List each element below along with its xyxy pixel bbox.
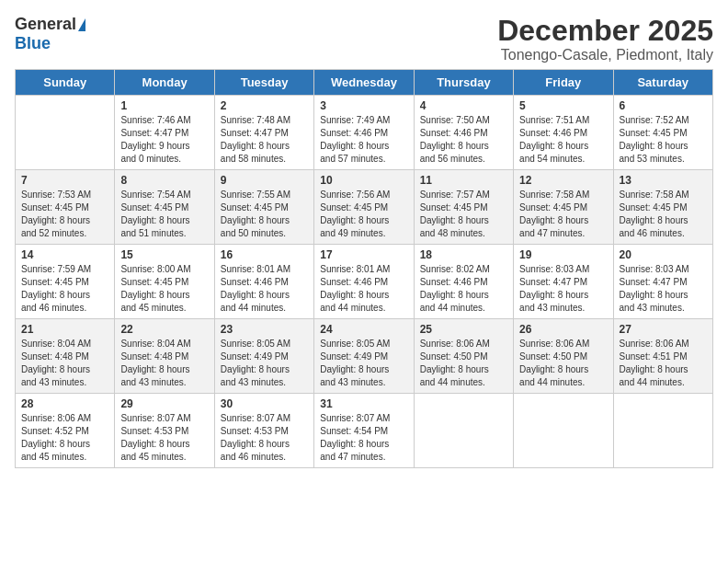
- day-info: Sunrise: 7:51 AM Sunset: 4:46 PM Dayligh…: [519, 114, 607, 166]
- day-number: 6: [620, 99, 707, 112]
- day-number: 12: [519, 174, 607, 187]
- calendar-cell: 1Sunrise: 7:46 AM Sunset: 4:47 PM Daylig…: [115, 96, 214, 170]
- day-number: 24: [320, 323, 407, 336]
- calendar-week-row: 28Sunrise: 8:06 AM Sunset: 4:52 PM Dayli…: [16, 394, 713, 468]
- calendar-week-row: 1Sunrise: 7:46 AM Sunset: 4:47 PM Daylig…: [16, 96, 713, 170]
- day-info: Sunrise: 8:06 AM Sunset: 4:50 PM Dayligh…: [420, 338, 507, 389]
- calendar-cell: 29Sunrise: 8:07 AM Sunset: 4:53 PM Dayli…: [115, 394, 214, 468]
- day-info: Sunrise: 8:07 AM Sunset: 4:54 PM Dayligh…: [320, 412, 407, 464]
- day-number: 25: [420, 323, 507, 336]
- weekday-header: Wednesday: [314, 70, 414, 96]
- calendar-cell: 14Sunrise: 7:59 AM Sunset: 4:45 PM Dayli…: [16, 245, 115, 319]
- calendar-cell: 23Sunrise: 8:05 AM Sunset: 4:49 PM Dayli…: [214, 319, 313, 394]
- day-info: Sunrise: 8:00 AM Sunset: 4:45 PM Dayligh…: [120, 263, 208, 315]
- calendar-cell: 10Sunrise: 7:56 AM Sunset: 4:45 PM Dayli…: [314, 170, 414, 245]
- day-info: Sunrise: 8:07 AM Sunset: 4:53 PM Dayligh…: [221, 412, 308, 464]
- day-info: Sunrise: 7:53 AM Sunset: 4:45 PM Dayligh…: [21, 189, 108, 240]
- day-info: Sunrise: 8:04 AM Sunset: 4:48 PM Dayligh…: [120, 338, 208, 389]
- day-info: Sunrise: 8:04 AM Sunset: 4:48 PM Dayligh…: [21, 338, 108, 389]
- day-number: 31: [320, 397, 407, 410]
- month-title: December 2025: [497, 15, 713, 47]
- location-title: Tonengo-Casale, Piedmont, Italy: [497, 47, 713, 63]
- calendar-cell: 19Sunrise: 8:03 AM Sunset: 4:47 PM Dayli…: [514, 245, 613, 319]
- calendar-cell: 21Sunrise: 8:04 AM Sunset: 4:48 PM Dayli…: [16, 319, 115, 394]
- day-info: Sunrise: 8:06 AM Sunset: 4:52 PM Dayligh…: [21, 412, 108, 464]
- calendar-cell: 31Sunrise: 8:07 AM Sunset: 4:54 PM Dayli…: [314, 394, 414, 468]
- calendar-cell: 6Sunrise: 7:52 AM Sunset: 4:45 PM Daylig…: [613, 96, 712, 170]
- day-number: 2: [221, 99, 308, 112]
- day-info: Sunrise: 8:02 AM Sunset: 4:46 PM Dayligh…: [420, 263, 507, 315]
- day-info: Sunrise: 8:01 AM Sunset: 4:46 PM Dayligh…: [221, 263, 308, 315]
- weekday-header: Thursday: [414, 70, 513, 96]
- weekday-header: Friday: [514, 70, 613, 96]
- day-number: 20: [620, 248, 707, 261]
- day-info: Sunrise: 8:01 AM Sunset: 4:46 PM Dayligh…: [320, 263, 407, 315]
- logo-triangle-icon: [78, 18, 85, 31]
- calendar-week-row: 14Sunrise: 7:59 AM Sunset: 4:45 PM Dayli…: [16, 245, 713, 319]
- day-number: 21: [21, 323, 108, 336]
- day-number: 17: [320, 248, 407, 261]
- day-number: 7: [21, 174, 108, 187]
- weekday-header: Tuesday: [214, 70, 313, 96]
- calendar-cell: 3Sunrise: 7:49 AM Sunset: 4:46 PM Daylig…: [314, 96, 414, 170]
- day-info: Sunrise: 8:06 AM Sunset: 4:51 PM Dayligh…: [620, 338, 707, 389]
- calendar-cell: 5Sunrise: 7:51 AM Sunset: 4:46 PM Daylig…: [514, 96, 613, 170]
- calendar-cell: 15Sunrise: 8:00 AM Sunset: 4:45 PM Dayli…: [115, 245, 214, 319]
- day-number: 9: [221, 174, 308, 187]
- calendar-cell: 9Sunrise: 7:55 AM Sunset: 4:45 PM Daylig…: [214, 170, 313, 245]
- calendar-cell: 20Sunrise: 8:03 AM Sunset: 4:47 PM Dayli…: [613, 245, 712, 319]
- day-number: 11: [420, 174, 507, 187]
- calendar-cell: 4Sunrise: 7:50 AM Sunset: 4:46 PM Daylig…: [414, 96, 513, 170]
- calendar-cell: 24Sunrise: 8:05 AM Sunset: 4:49 PM Dayli…: [314, 319, 414, 394]
- day-number: 27: [620, 323, 707, 336]
- day-number: 5: [519, 99, 607, 112]
- calendar-cell: 18Sunrise: 8:02 AM Sunset: 4:46 PM Dayli…: [414, 245, 513, 319]
- day-number: 3: [320, 99, 407, 112]
- day-number: 15: [120, 248, 208, 261]
- calendar-cell: 28Sunrise: 8:06 AM Sunset: 4:52 PM Dayli…: [16, 394, 115, 468]
- logo-general-text: General: [15, 15, 76, 34]
- page-header: General Blue December 2025 Tonengo-Casal…: [15, 15, 713, 63]
- day-info: Sunrise: 8:06 AM Sunset: 4:50 PM Dayligh…: [519, 338, 607, 389]
- calendar-cell: 11Sunrise: 7:57 AM Sunset: 4:45 PM Dayli…: [414, 170, 513, 245]
- day-info: Sunrise: 7:49 AM Sunset: 4:46 PM Dayligh…: [320, 114, 407, 166]
- weekday-header: Sunday: [16, 70, 115, 96]
- day-number: 26: [519, 323, 607, 336]
- weekday-header: Monday: [115, 70, 214, 96]
- day-number: 4: [420, 99, 507, 112]
- calendar-cell: 26Sunrise: 8:06 AM Sunset: 4:50 PM Dayli…: [514, 319, 613, 394]
- day-info: Sunrise: 7:50 AM Sunset: 4:46 PM Dayligh…: [420, 114, 507, 166]
- day-number: 19: [519, 248, 607, 261]
- day-number: 29: [120, 397, 208, 410]
- calendar-cell: 8Sunrise: 7:54 AM Sunset: 4:45 PM Daylig…: [115, 170, 214, 245]
- day-number: 18: [420, 248, 507, 261]
- calendar-cell: [16, 96, 115, 170]
- day-number: 28: [21, 397, 108, 410]
- calendar-cell: 12Sunrise: 7:58 AM Sunset: 4:45 PM Dayli…: [514, 170, 613, 245]
- day-number: 14: [21, 248, 108, 261]
- day-info: Sunrise: 7:58 AM Sunset: 4:45 PM Dayligh…: [620, 189, 707, 240]
- day-number: 23: [221, 323, 308, 336]
- calendar-week-row: 7Sunrise: 7:53 AM Sunset: 4:45 PM Daylig…: [16, 170, 713, 245]
- calendar-cell: 13Sunrise: 7:58 AM Sunset: 4:45 PM Dayli…: [613, 170, 712, 245]
- calendar-cell: 17Sunrise: 8:01 AM Sunset: 4:46 PM Dayli…: [314, 245, 414, 319]
- day-info: Sunrise: 7:59 AM Sunset: 4:45 PM Dayligh…: [21, 263, 108, 315]
- day-info: Sunrise: 7:54 AM Sunset: 4:45 PM Dayligh…: [120, 189, 208, 240]
- calendar-cell: [414, 394, 513, 468]
- day-info: Sunrise: 7:58 AM Sunset: 4:45 PM Dayligh…: [519, 189, 607, 240]
- day-number: 16: [221, 248, 308, 261]
- day-info: Sunrise: 7:56 AM Sunset: 4:45 PM Dayligh…: [320, 189, 407, 240]
- weekday-header: Saturday: [613, 70, 712, 96]
- day-number: 8: [120, 174, 208, 187]
- calendar-cell: 2Sunrise: 7:48 AM Sunset: 4:47 PM Daylig…: [214, 96, 313, 170]
- day-number: 13: [620, 174, 707, 187]
- day-info: Sunrise: 8:05 AM Sunset: 4:49 PM Dayligh…: [221, 338, 308, 389]
- logo: General Blue: [15, 15, 85, 53]
- calendar-week-row: 21Sunrise: 8:04 AM Sunset: 4:48 PM Dayli…: [16, 319, 713, 394]
- day-number: 10: [320, 174, 407, 187]
- day-info: Sunrise: 7:57 AM Sunset: 4:45 PM Dayligh…: [420, 189, 507, 240]
- day-info: Sunrise: 8:05 AM Sunset: 4:49 PM Dayligh…: [320, 338, 407, 389]
- calendar-cell: [514, 394, 613, 468]
- calendar-cell: [613, 394, 712, 468]
- calendar-cell: 16Sunrise: 8:01 AM Sunset: 4:46 PM Dayli…: [214, 245, 313, 319]
